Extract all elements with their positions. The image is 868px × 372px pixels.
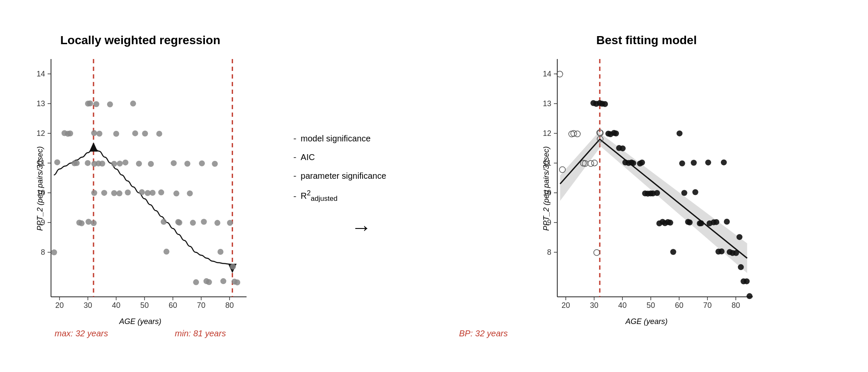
legend-label: parameter significance bbox=[301, 171, 386, 181]
svg-point-36 bbox=[67, 130, 73, 136]
svg-point-128 bbox=[559, 166, 565, 172]
svg-point-177 bbox=[705, 160, 711, 166]
legend-item: -parameter significance bbox=[293, 170, 386, 181]
left-annotations: max: 32 years min: 81 years bbox=[9, 326, 272, 338]
svg-point-144 bbox=[602, 101, 608, 107]
left-y-label: PPT_2 (peg pairs/30sec) bbox=[36, 146, 45, 231]
svg-text:13: 13 bbox=[543, 99, 551, 108]
right-y-label: PPT_2 (peg pairs/30sec) bbox=[542, 146, 551, 231]
svg-point-148 bbox=[613, 130, 619, 136]
svg-text:14: 14 bbox=[543, 70, 551, 78]
middle-panel: -model significance-AIC-parameter signif… bbox=[272, 4, 434, 368]
svg-point-91 bbox=[230, 264, 236, 270]
right-chart-title: Best fitting model bbox=[596, 34, 697, 47]
svg-point-56 bbox=[111, 190, 117, 196]
svg-point-79 bbox=[187, 190, 193, 196]
arrow-right: → bbox=[351, 216, 372, 239]
legend-dash: - bbox=[293, 152, 296, 163]
svg-text:12: 12 bbox=[543, 129, 551, 138]
svg-point-88 bbox=[218, 249, 224, 255]
svg-point-176 bbox=[698, 220, 704, 226]
svg-point-192 bbox=[746, 293, 752, 299]
svg-line-126 bbox=[600, 139, 747, 258]
left-panel: Locally weighted regression PPT_2 (peg p… bbox=[9, 4, 272, 368]
svg-point-86 bbox=[212, 161, 218, 167]
svg-point-54 bbox=[107, 101, 113, 107]
svg-point-42 bbox=[85, 160, 91, 166]
svg-text:40: 40 bbox=[618, 301, 627, 310]
svg-point-172 bbox=[686, 220, 692, 225]
svg-point-78 bbox=[184, 161, 190, 167]
right-chart-wrapper: PPT_2 (peg pairs/30sec) 2030405060708089… bbox=[528, 51, 766, 326]
left-min-annotation: min: 81 years bbox=[175, 329, 226, 338]
svg-point-73 bbox=[164, 249, 170, 255]
svg-point-75 bbox=[173, 191, 179, 197]
svg-point-191 bbox=[744, 278, 750, 284]
svg-text:40: 40 bbox=[112, 301, 120, 310]
svg-point-68 bbox=[148, 161, 154, 167]
svg-text:80: 80 bbox=[225, 301, 234, 310]
legend-item: -R2adjusted bbox=[293, 189, 386, 203]
svg-point-173 bbox=[691, 160, 697, 166]
svg-line-125 bbox=[560, 139, 600, 184]
svg-point-72 bbox=[161, 219, 167, 225]
svg-point-87 bbox=[214, 220, 220, 226]
svg-text:13: 13 bbox=[37, 99, 45, 108]
svg-point-80 bbox=[190, 220, 196, 226]
right-bp-annotation: BP: 32 years bbox=[459, 329, 508, 338]
svg-point-89 bbox=[220, 278, 226, 284]
legend-label: model significance bbox=[301, 134, 371, 144]
svg-point-169 bbox=[679, 161, 685, 166]
svg-text:60: 60 bbox=[675, 301, 684, 310]
svg-point-60 bbox=[122, 160, 128, 166]
right-x-label: AGE (years) bbox=[528, 317, 766, 326]
svg-point-43 bbox=[85, 219, 91, 225]
svg-point-40 bbox=[79, 220, 85, 226]
left-max-annotation: max: 32 years bbox=[55, 329, 108, 338]
right-annotations: BP: 32 years bbox=[434, 326, 859, 338]
svg-text:30: 30 bbox=[84, 301, 92, 310]
svg-point-90 bbox=[227, 220, 233, 226]
svg-point-187 bbox=[733, 250, 739, 256]
svg-point-170 bbox=[681, 190, 687, 196]
svg-text:20: 20 bbox=[55, 301, 64, 310]
svg-point-59 bbox=[116, 190, 122, 196]
svg-point-55 bbox=[111, 161, 117, 167]
svg-point-166 bbox=[667, 220, 673, 225]
left-chart-title: Locally weighted regression bbox=[60, 34, 221, 47]
svg-point-180 bbox=[713, 219, 719, 225]
svg-point-188 bbox=[737, 234, 743, 240]
main-container: Locally weighted regression PPT_2 (peg p… bbox=[0, 0, 868, 372]
svg-point-83 bbox=[201, 219, 207, 225]
svg-point-189 bbox=[738, 264, 744, 270]
legend-dash: - bbox=[293, 191, 296, 202]
svg-point-154 bbox=[630, 160, 636, 166]
legend-label: R2adjusted bbox=[301, 189, 338, 203]
svg-point-49 bbox=[94, 101, 99, 107]
svg-point-161 bbox=[654, 190, 660, 196]
svg-point-168 bbox=[677, 130, 683, 136]
svg-point-47 bbox=[91, 190, 97, 196]
svg-point-81 bbox=[193, 279, 199, 285]
svg-point-150 bbox=[620, 145, 626, 151]
left-chart-svg: 20304050607080891011121314 bbox=[21, 51, 259, 314]
svg-text:12: 12 bbox=[37, 129, 45, 138]
svg-point-50 bbox=[96, 131, 102, 137]
svg-point-183 bbox=[721, 159, 727, 165]
left-x-label: AGE (years) bbox=[21, 317, 259, 326]
svg-point-62 bbox=[130, 101, 136, 107]
svg-point-71 bbox=[158, 189, 164, 195]
right-panel: Best fitting model PPT_2 (peg pairs/30se… bbox=[434, 4, 859, 368]
svg-point-64 bbox=[136, 161, 142, 166]
svg-text:8: 8 bbox=[41, 248, 45, 256]
svg-text:8: 8 bbox=[547, 248, 551, 256]
svg-text:30: 30 bbox=[590, 301, 599, 310]
svg-point-74 bbox=[171, 160, 177, 166]
svg-point-52 bbox=[99, 161, 105, 166]
legend-label: AIC bbox=[301, 152, 315, 162]
svg-text:80: 80 bbox=[732, 301, 740, 310]
svg-point-167 bbox=[670, 249, 676, 255]
svg-point-57 bbox=[113, 131, 119, 137]
svg-text:60: 60 bbox=[169, 301, 177, 310]
svg-point-184 bbox=[724, 219, 730, 225]
